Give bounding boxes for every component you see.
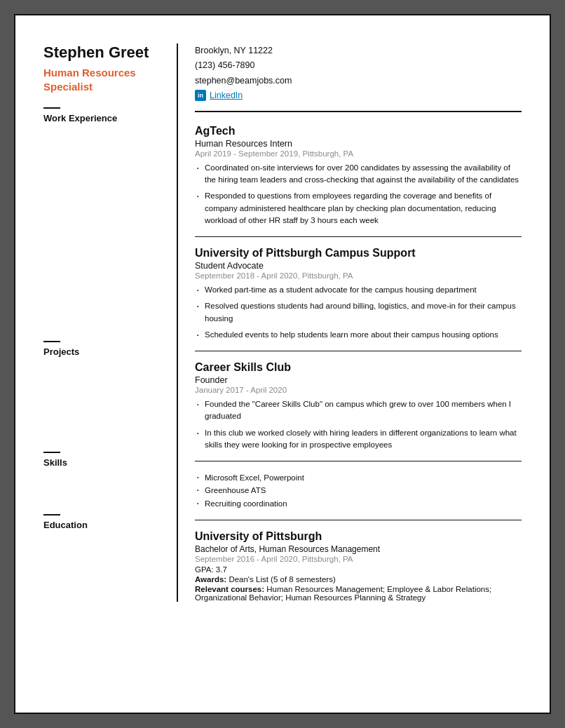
address: Brooklyn, NY 11222 [195, 43, 522, 58]
contact-section: Brooklyn, NY 11222 (123) 456-7890 stephe… [195, 43, 522, 112]
job-dates-agtech: April 2019 - September 2019, Pittsburgh,… [195, 149, 522, 158]
linkedin-link[interactable]: LinkedIn [210, 90, 243, 100]
candidate-title: Human Resources Specialist [43, 66, 163, 93]
skill-3: Recruiting coordination [195, 497, 522, 510]
project-name: Career Skills Club [195, 361, 522, 374]
awards-text: Dean's List (5 of 8 semesters) [229, 575, 335, 584]
education-label: Education [43, 520, 163, 530]
agtech-bullet-2: Responded to questions from employees re… [195, 190, 522, 227]
phone: (123) 456-7890 [195, 58, 522, 73]
candidate-name: Stephen Greet [43, 43, 163, 62]
edu-awards: Awards: Dean's List (5 of 8 semesters) [195, 575, 522, 584]
skills-section: Microsoft Excel, Powerpoint Greenhouse A… [195, 471, 522, 510]
divider [43, 514, 60, 515]
project-bullet-2: In this club we worked closely with hiri… [195, 427, 522, 452]
resume-document: Stephen Greet Human Resources Specialist… [14, 14, 551, 714]
agtech-bullets: Coordinated on-site interviews for over … [195, 162, 522, 227]
right-column: Brooklyn, NY 11222 (123) 456-7890 stephe… [177, 43, 522, 602]
project-bullets: Founded the "Career Skills Club" on camp… [195, 398, 522, 451]
upitt-bullet-2: Resolved questions students had around b… [195, 300, 522, 325]
job-agtech: AgTech Human Resources Intern April 2019… [195, 125, 522, 227]
divider-skills [195, 461, 522, 461]
upitt-bullets: Worked part-time as a student advocate f… [195, 284, 522, 341]
skill-1: Microsoft Excel, Powerpoint [195, 471, 522, 484]
employer-agtech: AgTech [195, 125, 522, 137]
email: stephen@beamjobs.com [195, 74, 522, 88]
skills-section-left: Skills [43, 452, 163, 468]
projects-section-left: Projects [43, 341, 163, 357]
project-bullet-1: Founded the "Career Skills Club" on camp… [195, 398, 522, 423]
work-experience-label: Work Experience [43, 113, 163, 123]
edu-gpa: GPA: 3.7 [195, 565, 522, 574]
divider-projects [195, 351, 522, 351]
work-experience-section: AgTech Human Resources Intern April 2019… [195, 125, 522, 602]
upitt-bullet-3: Scheduled events to help students learn … [195, 329, 522, 341]
divider-education [195, 520, 522, 520]
job-upitt: University of Pittsburgh Campus Support … [195, 247, 522, 341]
left-column: Stephen Greet Human Resources Specialist… [43, 43, 177, 602]
projects-label: Projects [43, 346, 163, 357]
skill-2: Greenhouse ATS [195, 484, 522, 497]
skills-list: Microsoft Excel, Powerpoint Greenhouse A… [195, 471, 522, 510]
skills-label: Skills [43, 457, 163, 468]
education-section-left: Education [43, 514, 163, 530]
job-dates-upitt: September 2018 - April 2020, Pittsburgh,… [195, 271, 522, 280]
divider [43, 107, 60, 109]
project-dates: January 2017 - April 2020 [195, 386, 522, 394]
job-title-agtech: Human Resources Intern [195, 139, 522, 149]
upitt-bullet-1: Worked part-time as a student advocate f… [195, 284, 522, 296]
agtech-bullet-1: Coordinated on-site interviews for over … [195, 162, 522, 187]
project-role: Founder [195, 375, 522, 385]
edu-courses: Relevant courses: Human Resources Manage… [195, 585, 522, 602]
project-career-skills: Career Skills Club Founder January 2017 … [195, 361, 522, 451]
divider-between-jobs [195, 236, 522, 237]
edu-dates: September 2016 - April 2020, Pittsburgh,… [195, 555, 522, 563]
school-name: University of Pittsburgh [195, 530, 522, 543]
divider [43, 452, 60, 453]
edu-degree: Bachelor of Arts, Human Resources Manage… [195, 544, 522, 554]
work-experience-section-left: Work Experience [43, 107, 163, 123]
linkedin-icon: in [195, 90, 206, 101]
job-title-upitt: Student Advocate [195, 261, 522, 271]
education-section: University of Pittsburgh Bachelor of Art… [195, 530, 522, 602]
linkedin-line: in LinkedIn [195, 90, 522, 101]
divider [43, 341, 60, 342]
employer-upitt: University of Pittsburgh Campus Support [195, 247, 522, 259]
